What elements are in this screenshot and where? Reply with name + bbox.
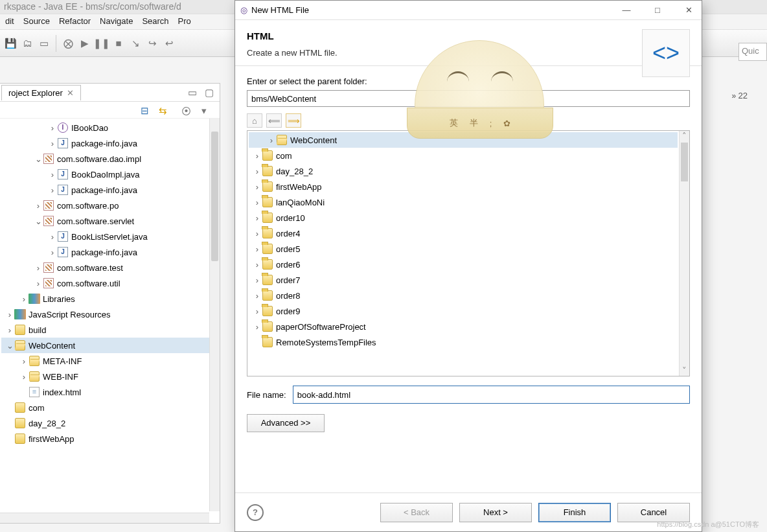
chevron-right-icon[interactable]: › (253, 275, 262, 285)
tree-node[interactable]: ›package-info.java (1, 135, 220, 151)
next-button[interactable]: Next > (459, 503, 532, 522)
step-into-icon[interactable]: ↘ (129, 37, 142, 50)
resume-icon[interactable]: ▶ (78, 37, 91, 50)
tree-node[interactable]: ›Libraries (1, 291, 220, 306)
chevron-right-icon[interactable]: › (253, 260, 262, 270)
back-icon[interactable]: ⟸ (266, 113, 282, 128)
tree-node[interactable]: ⌄com.software.dao.impl (1, 151, 220, 167)
menu-search[interactable]: Search (142, 16, 168, 27)
tree-node[interactable]: ›com.software.po (1, 198, 220, 213)
menu-project[interactable]: Pro (178, 16, 191, 27)
chevron-down-icon[interactable]: ⌄ (5, 341, 14, 351)
chevron-right-icon[interactable]: › (48, 170, 57, 179)
menu-edit[interactable]: dit (5, 16, 14, 27)
tree-node[interactable]: firstWebApp (1, 431, 220, 446)
menu-source[interactable]: Source (23, 16, 50, 27)
home-icon[interactable]: ⌂ (247, 113, 262, 128)
chevron-right-icon[interactable]: › (5, 325, 14, 335)
tree-node[interactable]: ›META-INF (1, 353, 220, 369)
skip-breakpoints-icon[interactable]: ⨂ (62, 37, 74, 50)
tree-scrollbar[interactable]: ˄˅ (679, 131, 689, 376)
chevron-right-icon[interactable]: › (267, 135, 276, 145)
tree-node[interactable]: ›order7 (249, 272, 678, 288)
chevron-right-icon[interactable]: › (34, 201, 43, 211)
filename-input[interactable] (293, 386, 690, 404)
tree-node[interactable]: ›package-info.java (1, 182, 220, 198)
chevron-right-icon[interactable]: › (19, 294, 29, 304)
tree-node[interactable]: ›JavaScript Resources (1, 306, 220, 322)
step-return-icon[interactable]: ↩ (163, 37, 176, 50)
tree-node[interactable]: ›day_28_2 (249, 163, 678, 179)
chevron-right-icon[interactable]: › (48, 232, 57, 242)
build-icon[interactable]: ▭ (38, 37, 51, 50)
tree-node[interactable]: ⌄WebContent (1, 338, 220, 353)
chevron-right-icon[interactable]: › (34, 279, 43, 288)
forward-icon[interactable]: ⟹ (286, 113, 301, 128)
chevron-right-icon[interactable]: › (253, 151, 262, 161)
maximize-icon[interactable]: ▢ (203, 86, 216, 99)
finish-button[interactable]: Finish (538, 503, 611, 522)
cancel-button[interactable]: Cancel (617, 503, 690, 522)
chevron-right-icon[interactable]: › (253, 198, 262, 207)
chevron-right-icon[interactable]: › (19, 372, 29, 382)
pause-icon[interactable]: ❚❚ (95, 37, 108, 50)
view-menu-icon[interactable]: ▾ (198, 104, 211, 117)
help-icon[interactable]: ? (247, 504, 264, 521)
tree-node[interactable]: ›paperOfSoftwareProject (249, 319, 678, 334)
tree-node[interactable]: ›order4 (249, 226, 678, 241)
chevron-right-icon[interactable]: › (253, 229, 262, 238)
chevron-right-icon[interactable]: › (48, 248, 57, 257)
chevron-down-icon[interactable]: ⌄ (34, 216, 43, 226)
chevron-right-icon[interactable]: › (253, 244, 262, 254)
tree-node[interactable]: ›firstWebApp (249, 179, 678, 194)
tree-node[interactable]: RemoteSystemsTempFiles (249, 334, 678, 350)
tree-node[interactable]: ›order9 (249, 303, 678, 319)
chevron-right-icon[interactable]: › (48, 123, 57, 133)
chevron-right-icon[interactable]: › (253, 213, 262, 223)
menu-navigate[interactable]: Navigate (100, 16, 133, 27)
collapse-all-icon[interactable]: ⊟ (138, 104, 151, 117)
chevron-right-icon[interactable]: › (253, 291, 262, 301)
focus-icon[interactable]: ⦿ (179, 104, 192, 117)
chevron-right-icon[interactable]: › (19, 356, 29, 366)
step-over-icon[interactable]: ↪ (146, 37, 159, 50)
chevron-right-icon[interactable]: › (253, 306, 262, 316)
tree-node[interactable]: ›order6 (249, 257, 678, 272)
tree-node[interactable]: ›lanQiaoMoNi (249, 194, 678, 210)
chevron-down-icon[interactable]: ⌄ (34, 154, 43, 164)
tree-node[interactable]: ›WEB-INF (1, 369, 220, 384)
tree-node[interactable]: ›com.software.util (1, 275, 220, 291)
save-all-icon[interactable]: 🗂 (21, 37, 34, 50)
tree-node[interactable]: index.html (1, 384, 220, 400)
close-icon[interactable]: ✕ (681, 5, 696, 15)
tree-node[interactable]: ›com (249, 148, 678, 163)
tree-node[interactable]: ›order5 (249, 241, 678, 257)
chevron-right-icon[interactable]: › (48, 139, 57, 148)
menu-refactor[interactable]: Refactor (59, 16, 91, 27)
vertical-scrollbar[interactable] (209, 119, 220, 511)
overflow-indicator[interactable]: » 22 (732, 91, 748, 100)
project-explorer-tab[interactable]: roject Explorer ✕ (1, 85, 81, 100)
tree-node[interactable]: ›BookDaoImpl.java (1, 167, 220, 182)
tree-node[interactable]: ›build (1, 322, 220, 338)
tree-node[interactable]: ›package-info.java (1, 244, 220, 260)
chevron-right-icon[interactable]: › (5, 310, 14, 319)
tree-node[interactable]: ›com.software.test (1, 260, 220, 275)
tree-node[interactable]: com (1, 400, 220, 415)
chevron-right-icon[interactable]: › (253, 182, 262, 192)
project-tree[interactable]: ›IBookDao›package-info.java⌄com.software… (0, 119, 220, 523)
folder-tree[interactable]: ›WebContent›com›day_28_2›firstWebApp›lan… (247, 131, 679, 376)
tree-node[interactable]: ›order10 (249, 210, 678, 226)
stop-icon[interactable]: ■ (112, 37, 125, 50)
advanced-button[interactable]: Advanced >> (247, 414, 325, 432)
tree-node[interactable]: ›WebContent (249, 132, 678, 148)
tree-node[interactable]: ⌄com.software.servlet (1, 213, 220, 229)
minimize-icon[interactable]: — (619, 5, 634, 15)
save-icon[interactable]: 💾 (4, 37, 17, 50)
chevron-right-icon[interactable]: › (34, 263, 43, 273)
tree-node[interactable]: day_28_2 (1, 415, 220, 431)
tree-node[interactable]: ›BookListServlet.java (1, 229, 220, 244)
tree-node[interactable]: ›IBookDao (1, 120, 220, 135)
maximize-icon[interactable]: □ (650, 5, 665, 15)
tree-node[interactable]: ›order8 (249, 288, 678, 303)
